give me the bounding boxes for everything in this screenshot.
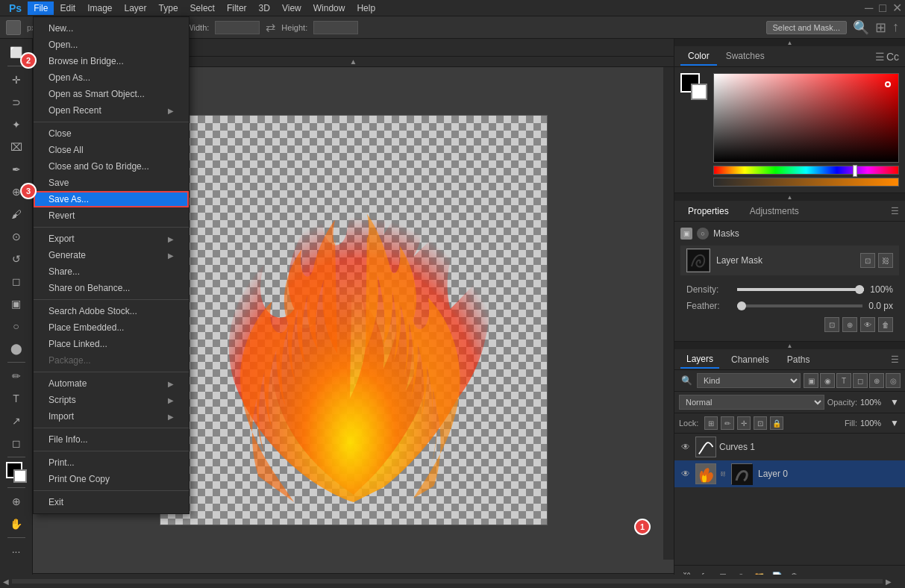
layers-collapse-handle[interactable]: ▲ [674,342,905,349]
tool-path-selection[interactable]: ↗ [6,410,27,431]
menu-select[interactable]: Select [184,1,221,15]
feather-slider[interactable] [737,304,862,307]
menu-view[interactable]: View [276,1,307,15]
tool-history-brush[interactable]: ↺ [6,248,27,269]
menu-browse-bridge[interactable]: Browse in Bridge... [34,53,189,69]
properties-collapse-handle[interactable]: ▲ [674,193,905,201]
menu-package[interactable]: Package... [34,352,189,369]
tool-brush[interactable]: 🖌 [6,204,27,225]
menu-close-all[interactable]: Close All [34,142,189,158]
tab-properties[interactable]: Properties [680,203,736,219]
tab-swatches[interactable]: Swatches [718,48,772,66]
lock-artboard-btn[interactable]: ⊡ [754,416,767,430]
menu-generate[interactable]: Generate▶ [34,247,189,263]
mask-apply-btn[interactable]: ⊡ [860,253,875,268]
tool-move[interactable]: ✛ [6,69,27,90]
density-slider[interactable] [737,288,864,291]
tab-paths[interactable]: Paths [781,351,816,368]
tool-eyedropper[interactable]: ✒ [6,159,27,180]
tool-pen[interactable]: ✏ [6,366,27,387]
menu-exit[interactable]: Exit [34,494,189,510]
filter-toggle-btn[interactable]: ◎ [886,373,901,388]
tool-clone[interactable]: ⊙ [6,226,27,247]
share-icon[interactable]: ↑ [892,19,899,35]
mask-visibility-btn[interactable]: 👁 [860,317,875,332]
tool-dodge[interactable]: ⬤ [6,338,27,359]
opacity-value[interactable]: 100% [860,398,887,407]
maximize-btn[interactable]: □ [879,1,886,15]
tool-gradient[interactable]: ▣ [6,293,27,314]
mask-link-btn[interactable]: ⛓ [878,253,893,268]
right-panel-collapse[interactable]: ▲ [674,39,905,46]
menu-image[interactable]: Image [81,1,118,15]
menu-print-one-copy[interactable]: Print One Copy [34,471,189,487]
select-mask-button[interactable]: Select and Mask... [766,21,848,34]
menu-help[interactable]: Help [351,1,381,15]
canvas-scrollbar-vertical[interactable] [663,67,674,560]
tool-eraser[interactable]: ◻ [6,271,27,292]
swap-icon[interactable]: ⇄ [266,20,275,34]
menu-open[interactable]: Open... [34,37,189,53]
menu-open-recent[interactable]: Open Recent▶ [34,102,189,119]
tool-shape[interactable]: ◻ [6,433,27,454]
menu-save-as[interactable]: Save As... [34,191,189,207]
menu-automate[interactable]: Automate▶ [34,375,189,392]
menu-save[interactable]: Save [34,175,189,191]
menu-import[interactable]: Import▶ [34,408,189,425]
layer-row[interactable]: 👁 ⛓ Layer 0 [674,460,905,487]
layer-row[interactable]: 👁 Curves 1 [674,434,905,460]
layers-options[interactable]: ☰ [891,354,899,365]
menu-print[interactable]: Print... [34,454,189,471]
minimize-btn[interactable]: ─ [865,1,873,15]
tool-magic-wand[interactable]: ✦ [6,114,27,135]
view-toggle-icon[interactable]: ⊞ [875,19,886,36]
fill-value[interactable]: 100% [860,419,887,428]
menu-new[interactable]: New... [34,20,189,37]
menu-edit[interactable]: Edit [54,1,81,15]
mask-selection-btn[interactable]: ⊡ [824,317,839,332]
search-icon[interactable]: 🔍 [853,19,869,36]
more-tools[interactable]: ··· [6,541,27,562]
filter-pixel-btn[interactable]: ▣ [804,373,818,388]
layers-search-icon[interactable]: 🔍 [679,373,694,388]
fill-chevron[interactable]: ▼ [890,418,901,428]
menu-type[interactable]: Type [153,1,184,15]
lock-pixels-btn[interactable]: ⊞ [704,416,718,430]
tab-channels[interactable]: Channels [725,351,775,368]
canvas-scrollbar-horizontal[interactable]: ◀ ▶ [33,575,674,588]
tool-blur[interactable]: ○ [6,316,27,337]
menu-window[interactable]: Window [307,1,351,15]
close-btn[interactable]: ✕ [892,1,902,15]
properties-options[interactable]: ☰ [891,206,899,216]
filter-adjustment-btn[interactable]: ◉ [820,373,835,388]
menu-layer[interactable]: Layer [119,1,153,15]
hue-slider[interactable] [713,166,899,175]
lock-paint-btn[interactable]: ✏ [721,416,734,430]
menu-filter[interactable]: Filter [221,1,253,15]
mask-delete-btn[interactable]: 🗑 [878,317,893,332]
menu-search-stock[interactable]: Search Adobe Stock... [34,303,189,319]
tool-zoom[interactable]: ⊕ [6,491,27,512]
layer0-vis[interactable]: 👁 [679,467,692,481]
filter-smart-btn[interactable]: ⊕ [869,373,884,388]
tool-crop[interactable]: ⌧ [6,137,27,157]
menu-open-as[interactable]: Open As... [34,69,189,86]
tool-hand[interactable]: ✋ [6,513,27,534]
menu-file-info[interactable]: File Info... [34,431,189,448]
tool-type[interactable]: T [6,388,27,409]
menu-close[interactable]: Close [34,125,189,142]
menu-close-bridge[interactable]: Close and Go to Bridge... [34,158,189,175]
tab-layers[interactable]: Layers [680,351,719,369]
tab-adjustments[interactable]: Adjustments [742,203,807,219]
alpha-slider[interactable] [713,178,899,187]
layer-mode-select[interactable]: Normal [679,395,824,410]
opacity-chevron[interactable]: ▼ [890,397,901,407]
mask-invert-btn[interactable]: ⊕ [842,317,857,332]
color-spectrum[interactable] [713,73,899,163]
menu-3d[interactable]: 3D [253,1,276,15]
filter-shape-btn[interactable]: ◻ [853,373,868,388]
background-swatch[interactable] [691,84,707,100]
filter-type-btn[interactable]: T [836,373,851,388]
color-panel-options[interactable]: ☰ [875,51,885,63]
menu-file[interactable]: File [28,1,54,15]
